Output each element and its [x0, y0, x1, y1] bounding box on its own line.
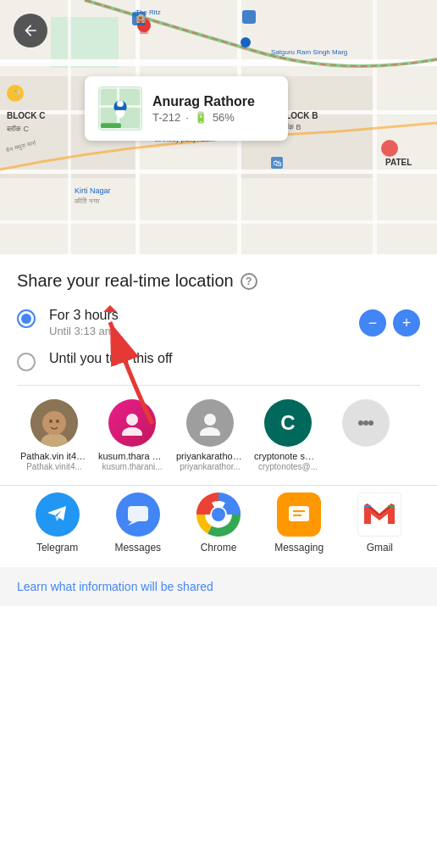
- contact-email-1: Pathak.vinit4...: [20, 462, 88, 471]
- option-until-off-text: Until you turn this off: [49, 351, 420, 366]
- option-hours-label: For 3 hours: [49, 308, 346, 323]
- svg-point-52: [363, 420, 368, 426]
- messages-label: Messages: [114, 542, 161, 554]
- svg-point-15: [241, 37, 251, 47]
- apps-section: Telegram Messages: [0, 485, 437, 567]
- svg-text:Satguru Ram Singh Marg: Satguru Ram Singh Marg: [271, 48, 347, 56]
- app-gmail[interactable]: Gmail: [346, 492, 413, 554]
- back-arrow-icon: [22, 22, 39, 39]
- svg-rect-54: [128, 506, 148, 521]
- contact-avatar-2: [108, 399, 156, 447]
- duration-controls: − +: [359, 309, 420, 337]
- telegram-svg: [45, 502, 70, 527]
- gmail-label: Gmail: [367, 542, 393, 554]
- svg-text:BLOCK C: BLOCK C: [7, 111, 46, 120]
- svg-marker-55: [128, 521, 138, 526]
- svg-point-58: [212, 508, 225, 521]
- svg-text:🍴: 🍴: [12, 88, 23, 99]
- dot-separator: ·: [185, 111, 189, 124]
- more-contacts-icon: [354, 411, 378, 435]
- option-until-off-label: Until you turn this off: [49, 351, 420, 366]
- messaging-label: Messaging: [274, 542, 324, 554]
- contact-name-2: kusum.thara ni123@ma...: [98, 450, 166, 462]
- svg-point-46: [56, 420, 59, 423]
- share-title: Share your real-time location: [17, 271, 234, 291]
- telegram-label: Telegram: [36, 542, 78, 554]
- help-icon[interactable]: ?: [241, 273, 257, 290]
- svg-text:Kirti Nagar: Kirti Nagar: [75, 186, 111, 195]
- footer: Learn what information will be shared: [0, 567, 437, 606]
- svg-text:🛍: 🛍: [274, 159, 282, 168]
- svg-rect-63: [388, 505, 395, 507]
- avatar-map-thumbnail: [99, 86, 141, 131]
- contact-name-4: cryptonote s@outlook....: [254, 450, 322, 462]
- svg-point-51: [358, 420, 363, 426]
- contact-icon-3: [197, 410, 223, 436]
- chrome-svg: [196, 492, 241, 537]
- radio-hours-fill: [21, 314, 31, 324]
- contact-email-2: kusum.tharani...: [98, 462, 166, 471]
- contact-avatar-more: [342, 399, 390, 447]
- app-messages[interactable]: Messages: [104, 492, 172, 554]
- svg-rect-6: [0, 170, 437, 174]
- option-hours-text: For 3 hours Until 3:13 am: [49, 308, 346, 337]
- contact-email-4: cryptonotes@...: [254, 462, 322, 471]
- svg-rect-11: [68, 0, 71, 254]
- contact-item-4[interactable]: C cryptonote s@outlook.... cryptonotes@.…: [254, 399, 322, 471]
- messages-icon: [116, 492, 160, 537]
- svg-point-44: [42, 411, 66, 435]
- messaging-icon: [277, 492, 321, 537]
- svg-text:कीर्ति नगर: कीर्ति नगर: [74, 197, 100, 205]
- svg-rect-41: [101, 123, 121, 128]
- chrome-label: Chrome: [201, 542, 237, 554]
- svg-rect-59: [289, 506, 309, 521]
- contact-icon-2: [119, 410, 145, 436]
- svg-point-49: [204, 414, 216, 426]
- contacts-row: Pathak.vin it45@gmai... Pathak.vinit4...…: [17, 399, 420, 471]
- person-name: Anurag Rathore: [152, 94, 274, 109]
- contact-item-1[interactable]: Pathak.vin it45@gmai... Pathak.vinit4...: [20, 399, 88, 471]
- decrease-button[interactable]: −: [359, 309, 386, 337]
- contact-avatar-4: C: [264, 399, 312, 447]
- apps-row: Telegram Messages: [17, 492, 420, 554]
- chrome-icon: [196, 492, 241, 537]
- increase-button[interactable]: +: [393, 309, 420, 337]
- contact-photo-1: [30, 399, 78, 447]
- svg-rect-7: [0, 220, 437, 224]
- app-chrome[interactable]: Chrome: [185, 492, 252, 554]
- svg-point-53: [368, 420, 373, 426]
- svg-point-50: [200, 427, 220, 436]
- divider: [17, 385, 420, 386]
- option-hours[interactable]: For 3 hours Until 3:13 am − +: [17, 308, 420, 337]
- radio-until-off[interactable]: [17, 353, 36, 371]
- contacts-section: Pathak.vin it45@gmai... Pathak.vinit4...…: [17, 399, 420, 485]
- app-messaging[interactable]: Messaging: [265, 492, 333, 554]
- battery-percent: 56%: [213, 111, 235, 124]
- map-info-card: Anurag Rathore T-212 · 🔋 56%: [85, 76, 288, 141]
- option-until-off[interactable]: Until you turn this off: [17, 351, 420, 371]
- share-title-row: Share your real-time location ?: [17, 271, 420, 291]
- map-card-info: Anurag Rathore T-212 · 🔋 56%: [152, 94, 274, 124]
- bottom-sheet: Share your real-time location ? For 3 ho…: [0, 254, 437, 567]
- svg-point-21: [381, 140, 398, 157]
- svg-point-45: [49, 420, 53, 423]
- contact-avatar-1: [30, 399, 78, 447]
- contact-item-2[interactable]: kusum.thara ni123@ma... kusum.tharani...: [98, 399, 166, 471]
- svg-rect-18: [242, 10, 256, 24]
- contact-email-3: priyankarathor...: [176, 462, 244, 471]
- radio-hours[interactable]: [17, 309, 36, 328]
- svg-point-40: [117, 100, 124, 107]
- map-card-avatar: [98, 86, 142, 131]
- contact-item-more[interactable]: [332, 399, 400, 471]
- back-button[interactable]: [14, 14, 47, 47]
- gmail-icon: [357, 492, 401, 537]
- app-telegram[interactable]: Telegram: [24, 492, 91, 554]
- battery-icon: 🔋: [194, 111, 207, 124]
- gmail-svg: [362, 502, 396, 527]
- contact-name-3: priyankaratho re613@gma...: [176, 450, 244, 462]
- footer-link[interactable]: Learn what information will be shared: [17, 580, 213, 593]
- person-code: T-212: [152, 111, 180, 124]
- contact-item-3[interactable]: priyankaratho re613@gma... priyankaratho…: [176, 399, 244, 471]
- svg-point-48: [122, 427, 142, 436]
- messages-svg: [125, 502, 151, 527]
